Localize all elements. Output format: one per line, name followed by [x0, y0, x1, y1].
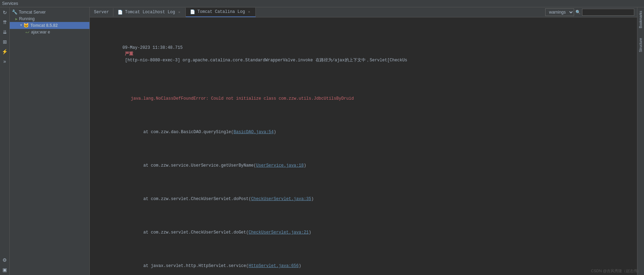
tab-label: Tomcat Catalina Log	[197, 9, 245, 14]
log-line: at com.zzw.servlet.CheckUserServlet.doPo…	[90, 190, 637, 208]
tomcat-server-icon: 🔧	[12, 9, 17, 15]
collapse-icon: ▼	[20, 24, 22, 27]
sidebar-item-tomcat-server[interactable]: 🔧 Tomcat Server	[10, 9, 89, 16]
sidebar: 🔧 Tomcat Server ▶ Running ▼ 🐱 Tomcat 8.5…	[10, 7, 90, 275]
running-icon: ▶	[15, 17, 18, 21]
log-line: at com.zzw.servlet.CheckUserServlet.doGe…	[90, 223, 637, 242]
tab-icon: 📄	[118, 10, 123, 15]
artifact-icon: ✦✔	[25, 30, 30, 35]
settings-button[interactable]: ⚙	[1, 256, 9, 264]
more-button[interactable]: »	[1, 58, 9, 65]
terminal-button[interactable]: ▣	[1, 266, 9, 274]
down-button[interactable]: ⇊	[1, 28, 9, 36]
structure-label[interactable]: Structure	[638, 37, 643, 54]
filter-select[interactable]: warnings errors info debug all	[545, 8, 574, 16]
up-button[interactable]: ⇈	[1, 18, 9, 26]
right-panel: Server 📄 Tomcat Localhost Log ✕ 📄 Tomcat…	[90, 7, 637, 275]
sidebar-item-label: Tomcat Server	[19, 10, 46, 15]
log-line: at com.zzw.dao.BasicDAO.querySingle(Basi…	[90, 123, 637, 142]
right-strip: Bookmarks Structure	[637, 7, 644, 275]
filter-button[interactable]: ⚡	[1, 48, 9, 55]
tab-label: Tomcat Localhost Log	[125, 10, 175, 15]
log-line: 09-May-2023 11:38:48.715 严重 [http-nio-80…	[90, 38, 637, 70]
sidebar-item-label: ajax:war e	[31, 30, 50, 35]
log-line: java.lang.NoClassDefFoundError: Could no…	[90, 89, 637, 108]
tab-localhost-log[interactable]: 📄 Tomcat Localhost Log ✕	[113, 8, 186, 17]
tab-label: Server	[94, 10, 109, 15]
sidebar-item-label: Running	[19, 16, 35, 21]
sidebar-tree: 🔧 Tomcat Server ▶ Running ▼ 🐱 Tomcat 8.5…	[10, 7, 89, 275]
sidebar-item-tomcat-version[interactable]: ▼ 🐱 Tomcat 8.5.82	[10, 22, 89, 29]
tab-close-catalina[interactable]: ✕	[247, 9, 251, 14]
search-icon: 🔍	[575, 10, 581, 15]
bookmarks-label[interactable]: Bookmarks	[638, 9, 643, 30]
left-icon-strip: ↻ ⇈ ⇊ ⊞ ⚡ » ⚙ ▣	[0, 7, 10, 275]
services-label: Services	[2, 1, 18, 6]
log-line: at com.zzw.service.UserService.getUserBy…	[90, 156, 637, 175]
grid-button[interactable]: ⊞	[1, 38, 9, 46]
sidebar-item-label: Tomcat 8.5.82	[30, 23, 57, 28]
tab-catalina-log[interactable]: 📄 Tomcat Catalina Log ✕	[186, 8, 256, 17]
sidebar-item-running[interactable]: ▶ Running	[10, 16, 89, 22]
tab-close-localhost[interactable]: ✕	[177, 10, 181, 15]
log-content[interactable]: 09-May-2023 11:38:48.715 严重 [http-nio-80…	[90, 17, 637, 275]
tomcat-icon: 🐱	[23, 23, 29, 28]
watermark: CSDN @吉风秀隆（赵志伟）	[591, 268, 641, 274]
sidebar-item-artifact[interactable]: ✦✔ ajax:war e	[10, 29, 89, 35]
tab-server[interactable]: Server	[90, 8, 113, 16]
log-line: at javax.servlet.http.HttpServlet.servic…	[90, 257, 637, 275]
search-input[interactable]	[582, 9, 634, 16]
refresh-button[interactable]: ↻	[1, 9, 9, 16]
top-toolbar: Services	[0, 0, 644, 7]
tab-icon: 📄	[190, 9, 195, 15]
